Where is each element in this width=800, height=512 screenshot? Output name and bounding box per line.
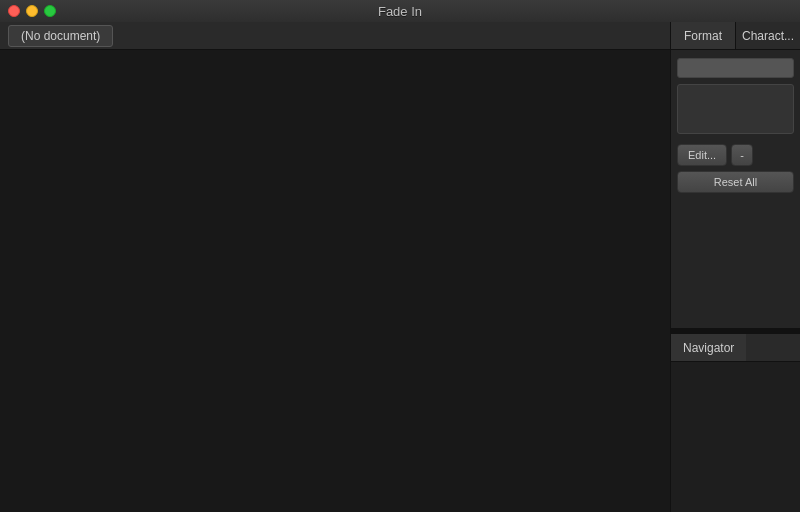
canvas-area[interactable] [0,50,670,512]
traffic-lights [8,5,56,17]
navigator-content[interactable] [671,362,800,512]
format-dropdown[interactable] [677,58,794,78]
right-panel: Format Charact... Edit... - Reset All [670,22,800,512]
close-button[interactable] [8,5,20,17]
tab-character-label: Charact... [742,29,794,43]
format-panel-content: Edit... - Reset All [671,50,800,328]
main-layout: (No document) Format Charact... Ed [0,22,800,512]
document-tab-label: (No document) [21,29,100,43]
main-area: (No document) [0,22,670,512]
tab-navigator-label: Navigator [683,341,734,355]
navigator-section: Navigator [671,334,800,512]
reset-button-row: Reset All [677,171,794,193]
edit-button[interactable]: Edit... [677,144,727,166]
window-title: Fade In [378,4,422,19]
document-tab[interactable]: (No document) [8,25,113,47]
title-bar: Fade In [0,0,800,22]
maximize-button[interactable] [44,5,56,17]
panel-buttons: Edit... - Reset All [677,144,794,193]
edit-button-row: Edit... - [677,144,794,166]
tab-bar: (No document) [0,22,670,50]
tab-format[interactable]: Format [671,22,736,49]
panel-tabs: Format Charact... [671,22,800,50]
navigator-tab-bar: Navigator [671,334,800,362]
minimize-button[interactable] [26,5,38,17]
tab-character[interactable]: Charact... [736,22,800,49]
minus-button[interactable]: - [731,144,753,166]
format-preview-box [677,84,794,134]
tab-navigator[interactable]: Navigator [671,334,746,361]
reset-all-button[interactable]: Reset All [677,171,794,193]
tab-format-label: Format [684,29,722,43]
